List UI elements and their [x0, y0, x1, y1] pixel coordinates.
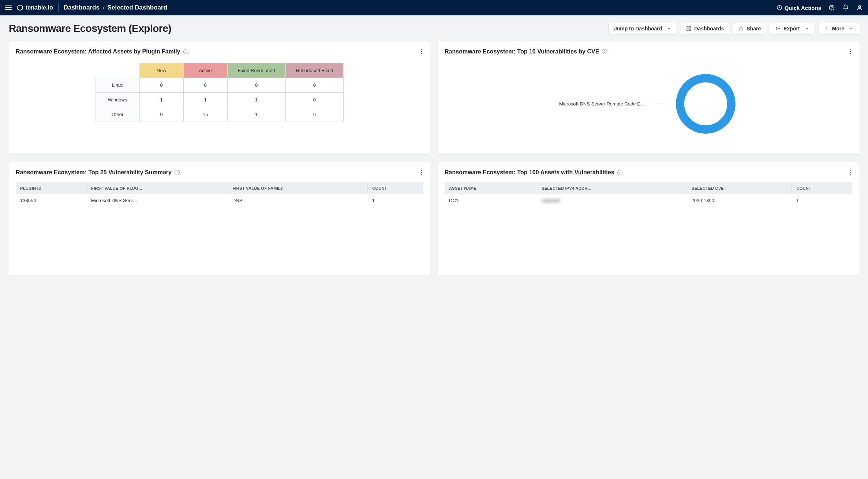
user-icon[interactable]	[856, 4, 863, 11]
col-first-plug[interactable]: FIRST VALUE OF PLUG…	[87, 182, 228, 194]
brand-logo[interactable]: tenable.io	[17, 4, 53, 11]
jump-to-dashboard-button[interactable]: Jump to Dashboard	[609, 23, 677, 34]
topbar-actions: Quick Actions	[777, 4, 863, 11]
donut-slice-label: Microsoft DNS Server Remote Code E…	[559, 101, 645, 107]
cell-plugin-id: 138554	[16, 194, 87, 207]
share-label: Share	[747, 26, 761, 31]
breadcrumb-sub[interactable]: Selected Dashboard	[108, 4, 167, 11]
page-title: Ransomware Ecosystem (Explore)	[9, 23, 171, 34]
cell[interactable]: 0	[139, 78, 183, 93]
cell[interactable]: 1	[227, 93, 285, 107]
svg-point-3	[832, 9, 832, 9]
kebab-icon	[824, 26, 829, 31]
svg-point-12	[680, 78, 731, 129]
share-button[interactable]: Share	[733, 23, 766, 34]
cell-count: 1	[792, 194, 852, 207]
menu-icon[interactable]	[5, 5, 12, 10]
card-menu-button[interactable]	[419, 47, 423, 56]
clock-icon	[777, 5, 782, 11]
bell-icon[interactable]	[842, 4, 849, 11]
cell[interactable]: 1	[227, 107, 285, 122]
page-header: Ransomware Ecosystem (Explore) Jump to D…	[9, 23, 859, 34]
card-menu-button[interactable]	[419, 168, 423, 177]
cell[interactable]: 0	[285, 78, 344, 93]
cell-plug: Microsoft DNS Serv…	[87, 194, 228, 207]
dashboard-grid: Ransomware Ecosystem: Affected Assets by…	[9, 41, 859, 275]
quick-actions-label: Quick Actions	[785, 5, 821, 11]
more-label: More	[832, 26, 844, 31]
svg-marker-0	[18, 5, 23, 11]
chevron-right-icon: ›	[102, 4, 105, 11]
svg-point-11	[826, 30, 827, 30]
row-windows[interactable]: Windows	[96, 93, 139, 107]
breadcrumb-main[interactable]: Dashboards	[64, 4, 100, 11]
card-title: Ransomware Ecosystem: Affected Assets by…	[16, 48, 180, 55]
help-icon[interactable]	[828, 4, 835, 11]
export-button[interactable]: Export	[770, 23, 815, 34]
col-count[interactable]: COUNT	[792, 182, 852, 194]
col-plugin-id[interactable]: PLUGIN ID	[16, 182, 87, 194]
col-ipv4[interactable]: SELECTED IPV4 ADDR…	[537, 182, 687, 194]
cell[interactable]: 1	[139, 93, 183, 107]
card-title: Ransomware Ecosystem: Top 10 Vulnerabili…	[445, 48, 599, 55]
cell[interactable]: 0	[183, 78, 227, 93]
cell[interactable]: 6	[285, 107, 344, 122]
row-other[interactable]: Other	[96, 107, 139, 122]
card-vuln-summary: Ransomware Ecosystem: Top 25 Vulnerabili…	[9, 162, 430, 275]
dashboards-button[interactable]: Dashboards	[681, 23, 729, 34]
table-row[interactable]: 138554 Microsoft DNS Serv… DNS 1	[16, 194, 423, 207]
top-bar: tenable.io Dashboards › Selected Dashboa…	[0, 0, 868, 15]
card-top-assets: Ransomware Ecosystem: Top 100 Assets wit…	[438, 162, 859, 275]
col-first-family[interactable]: FIRST VALUE OF FAMILY	[228, 182, 368, 194]
cell-family: DNS	[228, 194, 368, 207]
cell[interactable]: 1	[183, 93, 227, 107]
cell[interactable]: 0	[227, 78, 285, 93]
cell[interactable]: 0	[285, 93, 344, 107]
toolbar: Jump to Dashboard Dashboards Share Exp	[609, 23, 859, 34]
table-row: Linux 0 0 0 0	[96, 78, 344, 93]
top-assets-table: ASSET NAME SELECTED IPV4 ADDR… SELECTED …	[445, 182, 852, 207]
page-body: Ransomware Ecosystem (Explore) Jump to D…	[0, 15, 868, 283]
dashboards-label: Dashboards	[694, 26, 724, 31]
quick-actions-button[interactable]: Quick Actions	[777, 5, 821, 11]
divider	[58, 3, 59, 12]
cell-cve: 2020-1350	[687, 194, 792, 207]
svg-rect-6	[689, 27, 691, 28]
svg-rect-7	[687, 29, 688, 30]
brand-text: tenable.io	[26, 4, 53, 11]
row-linux[interactable]: Linux	[96, 78, 139, 93]
card-menu-button[interactable]	[848, 168, 852, 177]
table-row: Other 0 15 1 6	[96, 107, 344, 122]
info-icon[interactable]: i	[175, 170, 180, 175]
affected-assets-matrix: New Active Fixed Resurfaced Resurfaced F…	[96, 63, 344, 122]
col-new[interactable]: New	[139, 63, 183, 78]
col-cve[interactable]: SELECTED CVE	[687, 182, 792, 194]
col-count[interactable]: COUNT	[368, 182, 423, 194]
cell-asset: DC1	[445, 194, 537, 207]
card-title: Ransomware Ecosystem: Top 100 Assets wit…	[445, 169, 614, 176]
grid-icon	[686, 26, 691, 31]
info-icon[interactable]: i	[602, 49, 607, 54]
table-row[interactable]: DC1 redacted 2020-1350 1	[445, 194, 852, 207]
card-menu-button[interactable]	[848, 47, 852, 56]
col-resurfaced-fixed[interactable]: Resurfaced Fixed	[285, 63, 344, 78]
leader-line	[654, 104, 665, 104]
svg-point-10	[826, 28, 827, 29]
cell[interactable]: 15	[183, 107, 227, 122]
svg-rect-8	[689, 29, 691, 30]
cell-count: 1	[368, 194, 423, 207]
more-button[interactable]: More	[819, 23, 859, 34]
info-icon[interactable]: i	[183, 49, 188, 54]
jump-label: Jump to Dashboard	[614, 26, 662, 31]
card-title: Ransomware Ecosystem: Top 25 Vulnerabili…	[16, 169, 172, 176]
col-active[interactable]: Active	[183, 63, 227, 78]
info-icon[interactable]: i	[617, 170, 622, 175]
hexagon-icon	[17, 4, 23, 11]
donut-chart[interactable]	[674, 72, 738, 136]
col-asset-name[interactable]: ASSET NAME	[445, 182, 537, 194]
svg-rect-5	[687, 27, 688, 28]
cell[interactable]: 0	[139, 107, 183, 122]
svg-point-4	[858, 5, 861, 8]
table-row: Windows 1 1 1 0	[96, 93, 344, 107]
col-fixed-resurfaced[interactable]: Fixed Resurfaced	[227, 63, 285, 78]
